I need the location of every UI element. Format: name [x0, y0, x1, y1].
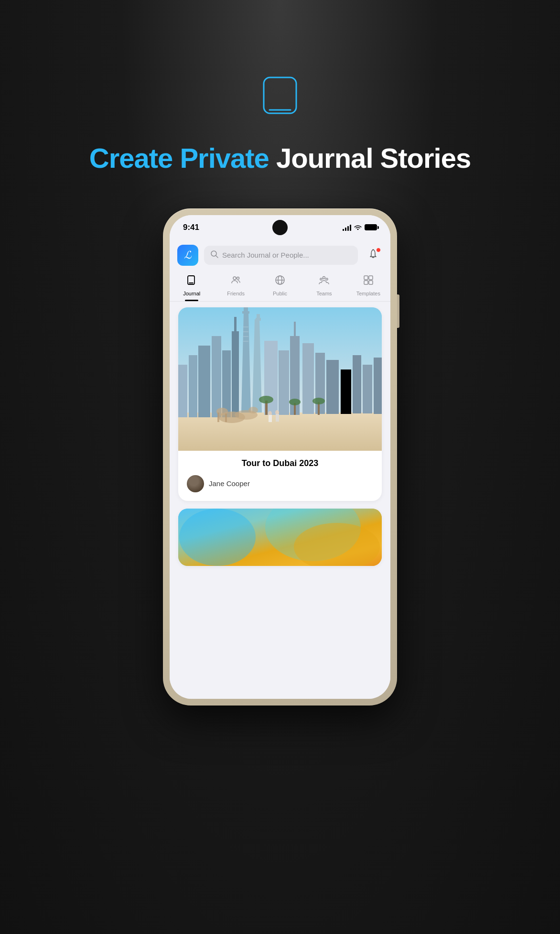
svg-rect-24	[222, 350, 231, 417]
svg-rect-20	[178, 365, 187, 417]
svg-point-6	[233, 277, 236, 280]
tab-templates-label: Templates	[356, 291, 380, 296]
svg-point-11	[323, 276, 325, 279]
svg-rect-21	[189, 355, 197, 417]
tab-public-label: Public	[273, 291, 287, 296]
journal-tab-icon	[186, 274, 197, 289]
svg-rect-0	[264, 77, 296, 113]
svg-rect-61	[269, 415, 272, 422]
tab-journal-label: Journal	[183, 291, 200, 296]
tab-teams-label: Teams	[316, 291, 332, 296]
svg-rect-57	[225, 413, 227, 422]
tab-friends-label: Friends	[227, 291, 245, 296]
svg-rect-16	[364, 281, 368, 284]
app-content: ℒ Search Journal or People...	[170, 240, 390, 699]
search-icon	[211, 250, 218, 260]
svg-rect-30	[243, 326, 248, 327]
svg-rect-47	[374, 358, 382, 414]
tab-templates[interactable]: Templates	[346, 274, 390, 296]
svg-rect-17	[369, 281, 373, 284]
author-name-1: Jane Cooper	[209, 479, 250, 488]
app-logo-letter: ℒ	[184, 249, 192, 261]
svg-rect-23	[212, 336, 221, 417]
svg-point-12	[320, 278, 322, 280]
svg-rect-46	[363, 365, 372, 413]
svg-point-51	[289, 399, 301, 405]
public-tab-icon	[274, 274, 286, 289]
search-bar[interactable]: Search Journal or People...	[204, 246, 358, 265]
status-time: 9:41	[183, 223, 199, 232]
author-avatar-1	[187, 475, 204, 492]
svg-point-7	[237, 277, 239, 279]
svg-rect-19	[178, 413, 382, 451]
tab-teams[interactable]: Teams	[302, 274, 346, 296]
story-card-1[interactable]: Tour to Dubai 2023 Jane Cooper	[178, 307, 382, 501]
svg-point-2	[211, 251, 216, 256]
card-image-partial	[178, 509, 382, 566]
battery-icon	[365, 224, 377, 230]
svg-rect-15	[369, 276, 373, 280]
tab-journal[interactable]: Journal	[170, 274, 214, 296]
svg-point-53	[312, 398, 325, 404]
svg-rect-14	[364, 276, 368, 280]
svg-rect-63	[276, 414, 279, 422]
story-card-2[interactable]	[178, 509, 382, 566]
svg-rect-22	[198, 346, 210, 417]
wifi-icon	[354, 224, 362, 231]
svg-rect-38	[279, 350, 289, 415]
svg-rect-36	[257, 314, 260, 319]
svg-rect-40	[294, 322, 296, 337]
svg-point-49	[259, 396, 273, 403]
svg-rect-56	[217, 413, 219, 422]
feed-content: Tour to Dubai 2023 Jane Cooper	[170, 302, 390, 572]
notifications-button[interactable]	[364, 246, 383, 265]
tab-public[interactable]: Public	[258, 274, 302, 296]
phone-side-button	[397, 294, 399, 328]
phone-mockup: 9:41	[163, 208, 397, 706]
card-title-1: Tour to Dubai 2023	[187, 458, 373, 468]
svg-rect-31	[243, 331, 248, 332]
teams-tab-icon	[318, 274, 330, 289]
svg-line-3	[216, 256, 218, 258]
friends-tab-icon	[230, 274, 242, 289]
tab-active-indicator	[185, 300, 198, 301]
svg-rect-41	[302, 343, 314, 414]
search-placeholder: Search Journal or People...	[222, 251, 309, 259]
svg-rect-29	[244, 307, 248, 313]
notification-badge	[376, 248, 381, 252]
svg-point-65	[179, 509, 256, 566]
svg-rect-32	[243, 336, 248, 337]
svg-rect-25	[232, 331, 239, 417]
svg-rect-33	[243, 341, 248, 342]
camera-notch	[272, 220, 288, 235]
card-body-1: Tour to Dubai 2023 Jane Cooper	[178, 451, 382, 501]
svg-point-13	[326, 278, 328, 280]
app-logo: ℒ	[177, 245, 198, 266]
svg-rect-44	[341, 369, 351, 414]
card-author-1: Jane Cooper	[187, 475, 373, 492]
svg-rect-45	[353, 355, 361, 413]
signal-icon	[343, 224, 351, 231]
tab-bar: Journal Friends	[170, 271, 390, 302]
svg-point-59	[248, 407, 258, 413]
status-icons	[343, 224, 377, 231]
card-image-dubai	[178, 307, 382, 451]
svg-rect-26	[234, 317, 237, 334]
tab-friends[interactable]: Friends	[214, 274, 258, 296]
hero-section: Create Private Journal Stories	[61, 76, 499, 175]
hero-title: Create Private Journal Stories	[61, 141, 499, 175]
status-bar: 9:41	[170, 215, 390, 240]
svg-rect-43	[326, 360, 339, 414]
search-row: ℒ Search Journal or People...	[170, 240, 390, 271]
templates-tab-icon	[363, 274, 374, 289]
svg-rect-42	[315, 353, 325, 414]
journal-hero-icon	[263, 76, 297, 118]
